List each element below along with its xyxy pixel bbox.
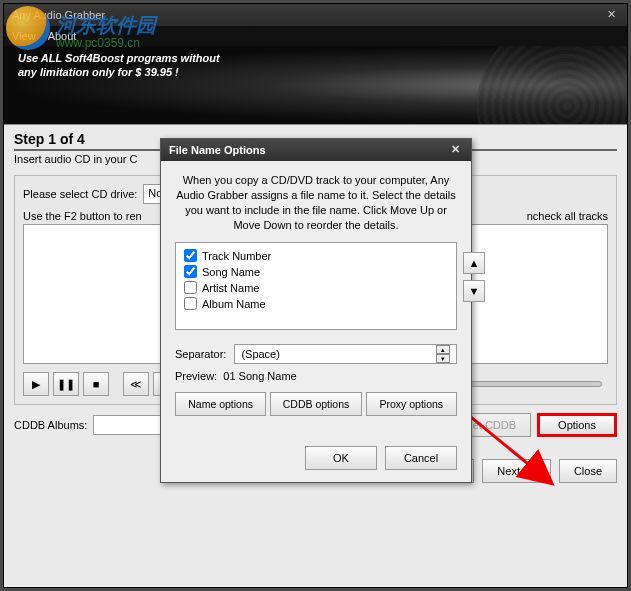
- checkbox-album-name[interactable]: [184, 297, 197, 310]
- separator-select[interactable]: (Space) ▴▾: [234, 344, 457, 364]
- cddb-label: CDDB Albums:: [14, 419, 87, 431]
- play-button[interactable]: ▶: [23, 372, 49, 396]
- window-title: Any Audio Grabber: [12, 9, 105, 21]
- detail-label: Song Name: [202, 266, 260, 278]
- detail-item-song-name[interactable]: Song Name: [184, 265, 448, 278]
- banner-line2: any limitation only for $ 39.95 !: [18, 66, 613, 80]
- dialog-close-icon[interactable]: ✕: [447, 142, 463, 158]
- close-button[interactable]: Close: [559, 459, 617, 483]
- tracks-hint-left: Use the F2 button to ren: [23, 210, 142, 222]
- pause-button[interactable]: ❚❚: [53, 372, 79, 396]
- options-button[interactable]: Options: [537, 413, 617, 437]
- tracks-hint-right: ncheck all tracks: [527, 210, 608, 222]
- prev-track-button[interactable]: ≪: [123, 372, 149, 396]
- tab-proxy-options[interactable]: Proxy options: [366, 392, 457, 416]
- detail-item-album-name[interactable]: Album Name: [184, 297, 448, 310]
- move-up-button[interactable]: ▲: [463, 252, 485, 274]
- titlebar: Any Audio Grabber ✕: [4, 4, 627, 26]
- tab-cddb-options[interactable]: CDDB options: [270, 392, 361, 416]
- promo-banner[interactable]: Use ALL Soft4Boost programs without any …: [4, 46, 627, 124]
- move-down-button[interactable]: ▼: [463, 280, 485, 302]
- details-listbox: Track Number Song Name Artist Name Album…: [175, 242, 457, 330]
- detail-label: Artist Name: [202, 282, 259, 294]
- detail-label: Track Number: [202, 250, 271, 262]
- ok-button[interactable]: OK: [305, 446, 377, 470]
- detail-item-artist-name[interactable]: Artist Name: [184, 281, 448, 294]
- checkbox-artist-name[interactable]: [184, 281, 197, 294]
- separator-label: Separator:: [175, 348, 226, 360]
- stop-button[interactable]: ■: [83, 372, 109, 396]
- cancel-button[interactable]: Cancel: [385, 446, 457, 470]
- dialog-footer: OK Cancel: [161, 438, 471, 482]
- tab-name-options[interactable]: Name options: [175, 392, 266, 416]
- preview-value: 01 Song Name: [223, 370, 296, 382]
- separator-spinner[interactable]: ▴▾: [436, 345, 450, 363]
- reorder-buttons: ▲ ▼: [463, 252, 485, 302]
- menubar: View About: [4, 26, 627, 46]
- dialog-message: When you copy a CD/DVD track to your com…: [175, 173, 457, 232]
- dialog-titlebar: File Name Options ✕: [161, 139, 471, 161]
- option-tabs: Name options CDDB options Proxy options: [175, 392, 457, 416]
- window-close-icon[interactable]: ✕: [603, 7, 619, 23]
- file-name-options-dialog: File Name Options ✕ When you copy a CD/D…: [160, 138, 472, 483]
- drive-label: Please select CD drive:: [23, 188, 137, 200]
- dialog-title: File Name Options: [169, 144, 266, 156]
- menu-view[interactable]: View: [12, 30, 36, 42]
- separator-value: (Space): [241, 348, 280, 360]
- next-button[interactable]: Next >>: [482, 459, 551, 483]
- checkbox-track-number[interactable]: [184, 249, 197, 262]
- checkbox-song-name[interactable]: [184, 265, 197, 278]
- menu-about[interactable]: About: [48, 30, 77, 42]
- banner-line1: Use ALL Soft4Boost programs without: [18, 52, 613, 66]
- detail-item-track-number[interactable]: Track Number: [184, 249, 448, 262]
- detail-label: Album Name: [202, 298, 266, 310]
- preview-label: Preview:: [175, 370, 217, 382]
